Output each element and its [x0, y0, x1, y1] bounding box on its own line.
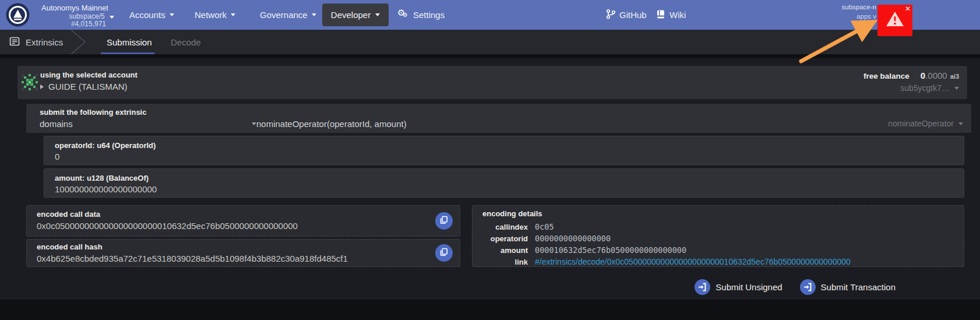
- encoding-details-title: encoding details: [482, 209, 542, 218]
- best-block-number[interactable]: #4,015,971: [35, 20, 106, 28]
- param-amount-input[interactable]: [55, 184, 929, 194]
- param-amount-label: amount: u128 (BalanceOf): [55, 174, 149, 182]
- param-operatorid-box: operatorId: u64 (OperatorId): [44, 136, 964, 165]
- action-buttons-row: Submit Unsigned Submit Transaction: [695, 279, 896, 295]
- account-address-dropdown[interactable]: sub5ycgtk7…: [900, 83, 959, 93]
- page: Autonomys Mainnet subspace/5 #4,015,971 …: [0, 0, 980, 320]
- divider-band-bottom: [0, 300, 980, 320]
- copy-icon: [440, 248, 448, 258]
- link-wiki[interactable]: Wiki: [656, 0, 686, 30]
- extrinsics-icon: [9, 36, 20, 48]
- copy-call-hash-button[interactable]: [435, 244, 453, 262]
- sign-in-icon: [695, 279, 710, 295]
- nav-network[interactable]: Network: [195, 0, 235, 30]
- encoded-call-data-value: 0x0c050000000000000000000010632d5ec76b05…: [37, 221, 298, 231]
- param-operatorid-input[interactable]: [55, 152, 929, 161]
- account-identicon[interactable]: [22, 74, 38, 90]
- encoded-call-data-box: encoded call data 0x0c050000000000000000…: [26, 205, 460, 237]
- tab-bar: Extrinsics Submission Decode: [0, 30, 980, 54]
- encoding-details-box: encoding details callindex 0c05 operator…: [472, 205, 964, 267]
- extrinsic-caption: submit the following extrinsic: [40, 108, 146, 117]
- account-caption: using the selected account: [40, 71, 138, 79]
- close-icon[interactable]: ✕: [905, 5, 911, 12]
- divider-band-top: [0, 54, 980, 58]
- nav-accounts[interactable]: Accounts: [129, 0, 174, 30]
- copy-icon: [440, 216, 448, 226]
- warning-triangle-icon: [884, 10, 905, 31]
- chain-name: Autonomys Mainnet: [41, 3, 108, 12]
- account-name: GUIDE (TALISMAN): [48, 82, 128, 92]
- detail-row-operatorid: operatorid 0000000000000000: [482, 234, 611, 243]
- nav-governance[interactable]: Governance: [260, 0, 316, 30]
- submit-unsigned-label: Submit Unsigned: [715, 282, 782, 292]
- sign-in-icon: [800, 279, 816, 295]
- account-dropdown[interactable]: GUIDE (TALISMAN): [40, 82, 128, 92]
- chevron-down-icon: [231, 13, 235, 16]
- chevron-down-icon: [252, 122, 256, 125]
- tab-divider-chevron: [70, 30, 87, 57]
- copy-call-data-button[interactable]: [435, 212, 453, 230]
- balance-integer: 0: [921, 71, 925, 80]
- github-branch-icon: [606, 9, 615, 21]
- submit-transaction-label: Submit Transaction: [821, 282, 896, 292]
- chevron-down-icon: [375, 13, 380, 16]
- active-tab-underline: [101, 52, 154, 54]
- runtime-selector[interactable]: subspace/5: [35, 12, 114, 20]
- account-select-box: using the selected account GUIDE (TALISM…: [17, 66, 967, 99]
- chevron-down-icon: [170, 13, 174, 16]
- detail-row-callindex: callindex 0c05: [482, 222, 554, 231]
- settings-gears-icon: ⚙ ⚙: [397, 9, 409, 21]
- free-balance: free balance 0.0000 ai3: [863, 71, 959, 80]
- node-version-text: subspace-n apps v: [842, 3, 876, 20]
- encoded-call-hash-label: encoded call hash: [37, 242, 103, 251]
- submit-transaction-button[interactable]: Submit Transaction: [800, 279, 896, 295]
- chevron-down-icon: [312, 13, 316, 16]
- param-operatorid-label: operatorId: u64 (OperatorId): [55, 141, 156, 150]
- submit-unsigned-button[interactable]: Submit Unsigned: [695, 279, 782, 295]
- balance-fraction: .0000: [925, 71, 947, 80]
- tab-submission[interactable]: Submission: [107, 30, 152, 54]
- encoded-call-data-label: encoded call data: [37, 210, 100, 219]
- autonomys-logo-icon[interactable]: [6, 3, 30, 27]
- nav-settings[interactable]: ⚙ ⚙ Settings: [397, 0, 445, 30]
- warning-badge[interactable]: ✕: [877, 5, 912, 36]
- tab-decode[interactable]: Decode: [171, 30, 201, 54]
- extrinsic-select-box: submit the following extrinsic domains n…: [26, 104, 971, 133]
- detail-row-link: link #/extrinsics/decode/0x0c05000000000…: [482, 257, 851, 266]
- free-balance-label: free balance: [863, 72, 910, 80]
- method-signature-dropdown[interactable]: nominateOperator(operatorId, amount): [256, 119, 407, 129]
- param-amount-box: amount: u128 (BalanceOf): [44, 168, 964, 198]
- wiki-book-icon: [656, 9, 665, 21]
- encoded-call-hash-box: encoded call hash 0x4b625e8cbded935a72c7…: [26, 239, 460, 267]
- expand-toggle-icon: [40, 85, 44, 89]
- balance-unit: ai3: [950, 73, 959, 80]
- detail-row-amount: amount 000010632d5ec76b0500000000000000: [482, 245, 686, 255]
- pallet-dropdown[interactable]: domains: [40, 119, 256, 129]
- method-dropdown[interactable]: nominateOperator: [888, 119, 963, 128]
- chevron-down-icon: [954, 87, 959, 90]
- nav-developer-active[interactable]: Developer: [322, 3, 389, 26]
- section-extrinsics: Extrinsics: [9, 30, 63, 54]
- top-nav: Autonomys Mainnet subspace/5 #4,015,971 …: [0, 0, 980, 30]
- link-github[interactable]: GitHub: [606, 0, 647, 30]
- decode-link[interactable]: #/extrinsics/decode/0x0c0500000000000000…: [535, 257, 851, 266]
- chevron-down-icon: [110, 16, 114, 19]
- chevron-down-icon: [958, 122, 963, 125]
- encoded-call-hash-value: 0x4b625e8cbded935a72c71e5318039028a5d5b1…: [37, 254, 348, 263]
